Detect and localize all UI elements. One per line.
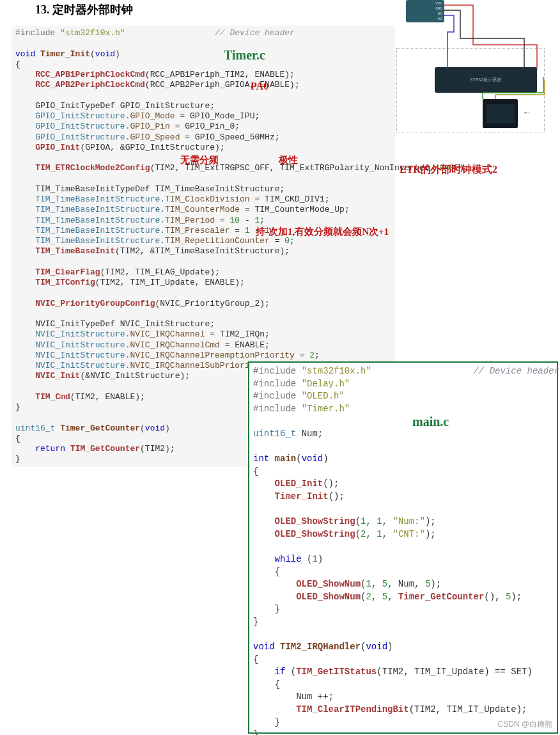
code-text: ) — [323, 454, 328, 464]
code-text: } — [15, 454, 20, 464]
label-polarity: 极性 — [279, 154, 298, 166]
code-text: = ENABLE; — [220, 340, 270, 350]
code-text: TIM_GetITStatus — [296, 667, 377, 677]
label-main-c: main.c — [412, 415, 449, 429]
code-text: } — [253, 617, 258, 627]
code-text: Timer_GetCounter — [60, 423, 140, 433]
code-text: (TIM2, TIM_FLAG_Update); — [100, 267, 220, 277]
code-text: (NVIC_PriorityGroup_2); — [155, 299, 269, 308]
code-text: #include — [253, 366, 302, 376]
code-text: NVIC_IRQChannel — [130, 329, 205, 339]
code-text: (), — [484, 592, 506, 602]
sensor-pin-do: DO — [438, 12, 442, 16]
code-text: "stm32f10x.h" — [60, 28, 125, 38]
code-text — [15, 153, 35, 162]
code-text: main — [275, 454, 297, 464]
code-text: ); — [430, 579, 441, 589]
code-text: OLED_ShowString — [253, 529, 355, 539]
code-text: , — [382, 529, 393, 539]
code-text: TIM_CounterMode — [165, 205, 240, 214]
code-text: = TIM_CKD_DIV1; — [250, 194, 330, 204]
sensor-pin-gnd: GND — [435, 6, 442, 11]
code-text: { — [253, 679, 280, 690]
code-text: TIM_ClearFlag — [15, 267, 100, 277]
code-text: 5 — [382, 592, 387, 602]
code-text: { — [253, 567, 280, 577]
code-text: Timer_Init — [40, 49, 90, 59]
code-text: 1 — [312, 554, 317, 564]
code-text: NVIC_IRQChannelPreemptionPriority — [130, 351, 294, 360]
code-text: if — [253, 667, 291, 677]
code-text: ; — [260, 216, 265, 225]
code-text: int — [253, 454, 275, 464]
code-text: NVIC_InitStructure. — [15, 340, 130, 350]
code-text: = — [295, 351, 309, 360]
page-title: 13. 定时器外部时钟 — [35, 2, 133, 17]
code-text: 1 — [366, 579, 371, 589]
code-text: , — [366, 516, 377, 526]
code-text: NVIC_InitStructure. — [15, 351, 130, 360]
code-text: NVIC_IRQChannelCmd — [130, 340, 219, 350]
code-text: (TIM2, TIM_IT_Update) == SET) — [377, 667, 533, 677]
code-text: ) — [115, 49, 120, 59]
label-count-note: 持-次加1,有效分频就会频N次+1 — [256, 226, 389, 238]
code-text: TIM_TimeBaseInitStructure. — [15, 194, 165, 204]
code-text — [15, 288, 35, 297]
code-text: TIM_TimeBaseInitStructure. — [15, 216, 165, 225]
code-text: "stm32f10x.h" — [302, 366, 371, 376]
code-text: (TIM2, TIM_IT_Update); — [409, 704, 527, 715]
code-text: (); — [329, 491, 345, 502]
code-text: RCC_APB2PeriphClockCmd — [15, 80, 145, 90]
code-text: void — [95, 49, 115, 59]
code-text: "Delay.h" — [302, 379, 350, 389]
code-text: NVIC_PriorityGroupConfig — [15, 299, 155, 308]
code-text: uint16_t — [253, 429, 302, 439]
code-text: NVIC_IRQChannelSubPriority — [130, 361, 260, 370]
code-text: , Num, — [387, 579, 425, 589]
code-text: = TIM_CounterMode_Up; — [240, 205, 350, 214]
code-text: #include — [253, 379, 302, 389]
code-text: ( — [291, 667, 296, 677]
code-text: GPIO_Mode — [130, 111, 175, 121]
code-text: ( — [296, 454, 301, 464]
code-text: "Num:" — [393, 516, 424, 526]
code-text: { — [15, 434, 20, 443]
code-text: 2 — [366, 592, 371, 602]
sensor-module: VCC GND DO AO — [406, 0, 444, 22]
code-text: TIM_TimeBaseInitStructure. — [15, 236, 165, 246]
code-text: void — [15, 49, 40, 59]
code-text: Timer_GetCounter — [398, 592, 484, 602]
code-text — [253, 504, 275, 514]
code-text: void — [366, 642, 387, 652]
code-text: GPIO_Init — [15, 143, 80, 152]
code-text: { — [15, 59, 20, 69]
code-text: ) — [387, 642, 393, 652]
code-text: GPIO_InitStructure. — [15, 122, 130, 131]
code-text: TIM_TimeBaseInit — [15, 246, 115, 256]
code-text — [15, 174, 35, 184]
code-text: RCC_APB1PeriphClockCmd — [15, 70, 145, 79]
code-text: TIM_Cmd — [15, 392, 70, 402]
code-text: TIM_ITConfig — [15, 278, 95, 287]
code-text: ( — [355, 529, 361, 539]
code-text: #include — [15, 28, 60, 38]
sensor-pin-vcc: VCC — [435, 1, 442, 6]
code-text: { — [253, 654, 258, 665]
code-text — [15, 309, 35, 319]
code-text — [15, 382, 35, 391]
code-text: TIM_RepetitionCounter — [165, 236, 270, 246]
code-text: "Timer.h" — [302, 404, 350, 414]
code-text: GPIO_InitTypeDef GPIO_InitStructure; — [15, 101, 215, 111]
code-text: void — [253, 642, 280, 652]
code-text: ) — [165, 423, 170, 433]
code-text: (GPIOA, &GPIO_InitStructure); — [80, 143, 224, 152]
code-text: 5 — [382, 579, 387, 589]
mcu-label: STM32最小系统 — [470, 77, 501, 83]
code-text: (TIM2); — [140, 444, 175, 454]
code-text: (RCC_APB1Periph_TIM2, ENABLE); — [145, 70, 295, 79]
code-text — [15, 257, 35, 267]
code-text: Num ++; — [253, 692, 334, 702]
code-text: = — [215, 216, 229, 225]
code-text: #include — [253, 404, 302, 414]
arrow-icon: ← — [524, 107, 529, 118]
